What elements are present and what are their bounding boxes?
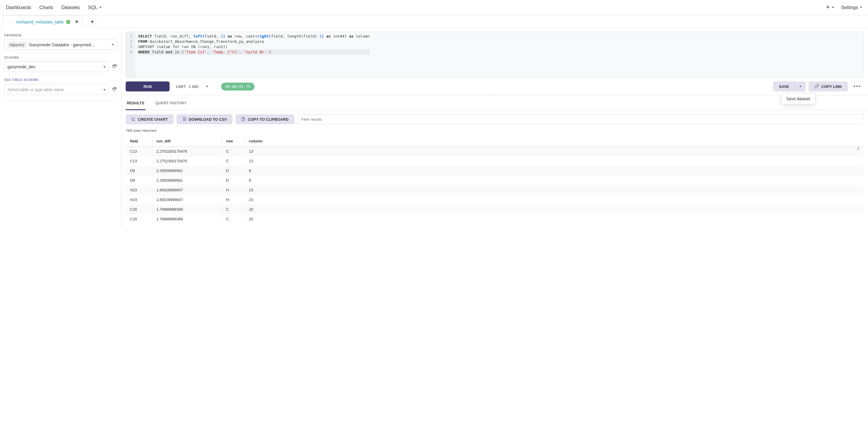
database-label: DATABASE <box>4 33 117 37</box>
nav-dashboards[interactable]: Dashboards <box>6 5 31 10</box>
refresh-schema-button[interactable] <box>112 64 117 70</box>
close-tab-button[interactable] <box>75 20 79 24</box>
table-row: H231.80029999007H23 <box>126 185 864 195</box>
db-engine-badge: bigquery <box>7 41 27 48</box>
schema-value: ganymede_dev <box>7 64 35 69</box>
table-cell: 9 <box>245 176 864 185</box>
database-select[interactable]: bigquery Ganymede Datalake - ganymed... <box>4 39 117 50</box>
table-cell: D9 <box>126 166 152 176</box>
caret-down-icon <box>832 7 834 8</box>
rows-returned-label: 768 rows returned <box>122 128 868 136</box>
tab-name: reshaped_metadata_table <box>16 20 64 24</box>
table-row: C201.79989998368C20 <box>126 205 864 214</box>
table-row: D92.26559999561D9 <box>126 166 864 176</box>
editor-gutter: 1234 <box>126 32 135 78</box>
table-cell: C <box>222 156 245 166</box>
table-cell: C <box>222 205 245 214</box>
nav-sql-label: SQL <box>88 5 97 10</box>
save-dropdown-menu: Save dataset <box>781 93 815 104</box>
table-select[interactable]: Select table or type table name <box>4 84 109 95</box>
caret-down-icon <box>206 86 208 87</box>
sql-editor[interactable]: 1234 SELECT field, run_diff, left(field,… <box>126 32 864 78</box>
table-cell: C <box>222 147 245 156</box>
nav-add[interactable] <box>826 5 834 10</box>
limit-selector[interactable]: LIMIT: 1 000 <box>176 84 208 89</box>
sidebar: DATABASE bigquery Ganymede Datalake - ga… <box>0 28 122 228</box>
caret-down-icon <box>799 86 802 87</box>
query-time-badge: 00:00:01.75 <box>221 83 254 91</box>
create-chart-button[interactable]: CREATE CHART <box>126 114 174 124</box>
more-actions-button[interactable]: ••• <box>851 84 864 90</box>
clipboard-icon <box>241 117 245 122</box>
add-tab-button[interactable] <box>88 18 96 26</box>
download-csv-button[interactable]: DOWNLOAD TO CSV <box>177 114 233 124</box>
table-row: C132.2751000175476C13 <box>126 156 864 166</box>
column-header[interactable]: field <box>126 136 152 147</box>
caret-down-icon <box>99 7 102 8</box>
copy-link-button[interactable]: COPY LINK <box>809 82 848 91</box>
table-cell: 13 <box>245 156 864 166</box>
save-button-group: SAVE <box>773 82 805 91</box>
success-check-icon <box>66 20 70 24</box>
table-row: C201.79989998368C20 <box>126 214 864 224</box>
plus-icon <box>826 5 830 10</box>
download-csv-label: DOWNLOAD TO CSV <box>189 117 227 122</box>
filter-results-input[interactable] <box>297 114 864 124</box>
table-cell: 2.26559999561 <box>152 166 222 176</box>
table-cell: 1.80029999007 <box>152 195 222 205</box>
column-header[interactable]: row <box>222 136 245 147</box>
table-cell: C <box>222 214 245 224</box>
table-cell: 23 <box>245 185 864 195</box>
link-icon <box>814 84 819 89</box>
nav-sql[interactable]: SQL <box>88 5 102 10</box>
save-button[interactable]: SAVE <box>773 82 795 91</box>
query-toolbar: RUN LIMIT: 1 000 00:00:01.75 SAVE <box>122 78 868 95</box>
save-dropdown-button[interactable] <box>795 82 806 91</box>
run-button[interactable]: RUN <box>126 82 169 91</box>
tab-bar: ⋮⋮ reshaped_metadata_table <box>0 15 868 28</box>
table-cell: 9 <box>245 166 864 176</box>
drag-handle-icon: ⋮⋮ <box>7 20 14 24</box>
nav-settings[interactable]: Settings <box>841 5 862 10</box>
table-cell: 20 <box>245 214 864 224</box>
table-row: D92.26559999561D9 <box>126 176 864 185</box>
nav-charts[interactable]: Charts <box>39 5 53 10</box>
caret-down-icon <box>103 66 106 68</box>
tab-query-history[interactable]: QUERY HISTORY <box>154 97 188 110</box>
table-cell: H23 <box>126 195 152 205</box>
refresh-tables-button[interactable] <box>112 87 117 93</box>
see-table-schema-label: SEE TABLE SCHEMA <box>4 78 117 82</box>
table-cell: 2.2751000175476 <box>152 156 222 166</box>
save-dataset-item[interactable]: Save dataset <box>786 96 810 101</box>
schema-select[interactable]: ganymede_dev <box>4 62 109 72</box>
caret-down-icon <box>112 44 114 46</box>
content-area: 1234 SELECT field, run_diff, left(field,… <box>122 28 868 228</box>
table-cell: 2.2751000175476 <box>152 147 222 156</box>
caret-down-icon <box>103 89 106 91</box>
column-header[interactable]: run_diff <box>152 136 222 147</box>
caret-down-icon <box>860 7 862 8</box>
limit-label: LIMIT: <box>176 84 186 89</box>
nav-settings-label: Settings <box>841 5 858 10</box>
divider <box>4 101 117 101</box>
copy-link-label: COPY LINK <box>822 84 842 89</box>
copy-clipboard-button[interactable]: COPY TO CLIPBOARD <box>236 114 294 124</box>
results-table: fieldrun_diffrowcolumn C132.275100017547… <box>126 136 864 224</box>
table-row: C132.2751000175476C13 <box>126 147 864 156</box>
editor-code[interactable]: SELECT field, run_diff, left(field, 1) a… <box>135 32 373 78</box>
table-cell: 1.79989998368 <box>152 214 222 224</box>
results-toolbar: CREATE CHART DOWNLOAD TO CSV COPY TO CLI… <box>122 110 868 128</box>
svg-rect-1 <box>242 118 244 121</box>
scrollbar-thumb[interactable] <box>858 147 859 150</box>
column-header[interactable]: column <box>245 136 864 147</box>
table-cell: C20 <box>126 205 152 214</box>
query-tab[interactable]: ⋮⋮ reshaped_metadata_table <box>2 15 83 28</box>
table-row: H231.80029999007H23 <box>126 195 864 205</box>
nav-datasets[interactable]: Datasets <box>61 5 80 10</box>
file-icon <box>182 117 187 122</box>
tab-results[interactable]: RESULTS <box>126 97 146 110</box>
table-cell: 13 <box>245 147 864 156</box>
chart-icon <box>131 117 135 122</box>
table-cell: H23 <box>126 185 152 195</box>
results-subtabs: RESULTS QUERY HISTORY <box>122 97 868 110</box>
